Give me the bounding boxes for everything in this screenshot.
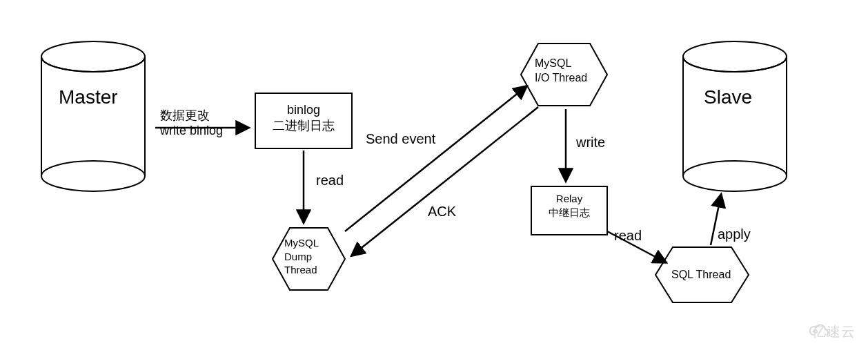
node-slave bbox=[683, 41, 787, 191]
label-master: Master bbox=[59, 85, 118, 110]
label-edge-relay-to-sql: read bbox=[614, 228, 642, 244]
label-relay: Relay 中继日志 bbox=[545, 192, 593, 219]
label-dump-thread: MySQL Dump Thread bbox=[284, 236, 319, 277]
label-sql-thread: SQL Thread bbox=[671, 268, 731, 282]
label-io-thread: MySQL I/O Thread bbox=[535, 57, 587, 86]
label-edge-io-to-dump: ACK bbox=[428, 204, 456, 220]
label-edge-sql-to-slave: apply bbox=[718, 226, 751, 242]
watermark: 亿速云 bbox=[808, 322, 856, 341]
node-master bbox=[41, 41, 145, 191]
svg-point-6 bbox=[814, 330, 817, 333]
diagram-canvas bbox=[0, 0, 868, 348]
label-edge-dump-to-io: Send event bbox=[366, 131, 435, 147]
label-slave: Slave bbox=[704, 85, 752, 110]
svg-point-3 bbox=[683, 161, 787, 191]
label-edge-io-to-relay: write bbox=[576, 135, 605, 151]
svg-point-1 bbox=[41, 161, 145, 191]
label-edge-master-to-binlog: 数据更改 write binlog bbox=[160, 107, 223, 138]
label-edge-binlog-to-dump: read bbox=[316, 173, 344, 188]
edge-io-to-dump bbox=[352, 107, 538, 255]
label-binlog: binlog 二进制日志 bbox=[273, 102, 335, 135]
